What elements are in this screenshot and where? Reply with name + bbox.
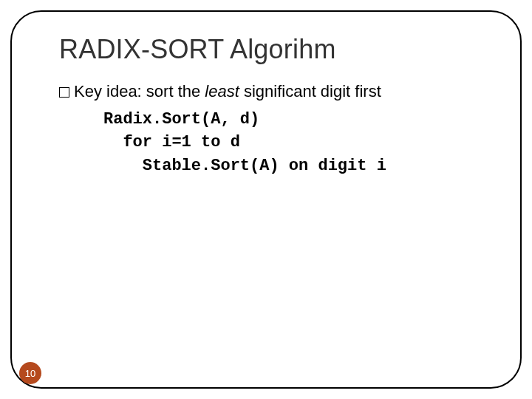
code-line-2: for i=1 to d: [103, 131, 495, 154]
square-bullet-icon: [59, 87, 69, 98]
page-number-badge: 10: [19, 362, 41, 384]
key-idea-text-prefix: Key idea: sort the: [74, 82, 205, 100]
slide-content: RADIX-SORT Algorihm Key idea: sort the l…: [59, 34, 495, 178]
slide-title: RADIX-SORT Algorihm: [59, 34, 495, 65]
pseudocode-block: Radix.Sort(A, d) for i=1 to d Stable.Sor…: [103, 108, 495, 179]
code-line-1: Radix.Sort(A, d): [103, 108, 495, 132]
key-idea-text-suffix: significant digit first: [239, 82, 381, 100]
page-number: 10: [25, 368, 35, 379]
key-idea-line: Key idea: sort the least significant dig…: [59, 81, 495, 102]
slide: RADIX-SORT Algorihm Key idea: sort the l…: [0, 0, 532, 399]
key-idea-text-emph: least: [205, 82, 239, 100]
code-line-3: Stable.Sort(A) on digit i: [103, 154, 495, 178]
